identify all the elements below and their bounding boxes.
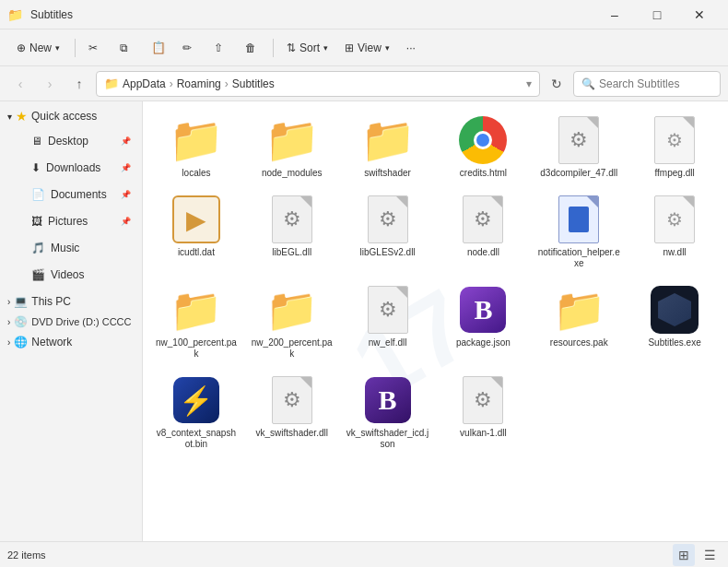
this-pc-section[interactable]: › 💻 This PC <box>0 291 142 312</box>
sidebar-item-downloads[interactable]: ⬇ Downloads 📌 <box>4 155 138 181</box>
file-icon-vkicd: B <box>362 374 414 426</box>
maximize-button[interactable]: □ <box>636 0 678 30</box>
file-name: nw_200_percent.pak <box>251 337 334 360</box>
path-segment-roaming[interactable]: Roaming <box>177 77 221 90</box>
list-item[interactable]: ⚙ nw.dll <box>628 188 721 275</box>
list-item[interactable]: ⚙ libEGL.dll <box>246 188 338 275</box>
cut-button[interactable]: ✂ <box>81 33 111 63</box>
close-button[interactable]: ✕ <box>678 0 721 30</box>
path-dropdown[interactable]: ▾ <box>526 77 532 90</box>
file-icon-swiftshader: 📁 <box>362 114 414 166</box>
list-item[interactable]: ⚙ ffmpeg.dll <box>628 109 721 184</box>
path-folder-icon: 📁 <box>104 77 119 90</box>
sidebar-item-music[interactable]: 🎵 Music <box>4 235 138 261</box>
this-pc-icon: 💻 <box>14 295 28 308</box>
list-item[interactable]: 📁 nw_200_percent.pak <box>246 278 338 365</box>
sort-button[interactable]: ⇅ Sort ▾ <box>279 33 335 63</box>
dvd-section[interactable]: › 💿 DVD Drive (D:) CCCC <box>0 312 142 332</box>
list-item[interactable]: ⚙ vulkan-1.dll <box>438 369 530 455</box>
desktop-pin: 📌 <box>121 136 131 146</box>
cut-icon: ✂ <box>88 41 98 54</box>
quick-access-section[interactable]: ▾ ★ Quick access <box>0 105 142 127</box>
copy-button[interactable]: ⧉ <box>112 33 142 63</box>
file-name: swiftshader <box>364 168 411 179</box>
address-path[interactable]: 📁 AppData › Roaming › Subtitles ▾ <box>96 71 540 97</box>
list-item[interactable]: ⚙ node.dll <box>438 188 530 275</box>
network-section[interactable]: › 🌐 Network <box>0 332 142 352</box>
list-item[interactable]: Subtitles.exe <box>628 278 721 365</box>
quick-access-chevron: ▾ <box>7 112 12 122</box>
file-icon-nw: ⚙ <box>649 194 700 245</box>
list-item[interactable]: ⚙ libGLESv2.dll <box>342 188 434 275</box>
file-icon-nwelf: ⚙ <box>362 284 414 336</box>
list-item[interactable]: ⚙ d3dcompiler_47.dll <box>533 109 625 184</box>
view-label: View <box>358 41 382 54</box>
file-content: 17 📁 locales 📁 node_modules 📁 <box>143 101 728 541</box>
sidebar-item-videos[interactable]: 🎬 Videos <box>4 262 138 288</box>
network-icon: 🌐 <box>14 336 28 348</box>
list-item[interactable]: 📁 resources.pak <box>533 278 625 365</box>
pictures-icon: 🖼 <box>31 215 42 228</box>
file-icon-nw200: 📁 <box>266 284 318 336</box>
main-area: ▾ ★ Quick access 🖥 Desktop 📌 ⬇ Downloads… <box>0 101 728 541</box>
share-button[interactable]: ⇧ <box>206 33 236 63</box>
file-name: nw_100_percent.pak <box>155 337 238 360</box>
list-item[interactable]: ⚙ nw_elf.dll <box>342 278 434 365</box>
file-name: nw_elf.dll <box>369 337 407 348</box>
file-icon-ffmpeg: ⚙ <box>649 114 700 166</box>
network-chevron: › <box>7 337 10 348</box>
paste-icon: 📋 <box>151 41 166 54</box>
path-segment-appdata[interactable]: AppData <box>123 77 166 90</box>
more-button[interactable]: ··· <box>399 33 429 63</box>
list-item[interactable]: credits.html <box>438 109 530 184</box>
file-name: vk_swiftshader.dll <box>256 428 328 439</box>
file-icon-subtitles <box>649 284 700 336</box>
list-item[interactable]: 📁 node_modules <box>246 109 338 184</box>
toolbar: ⊕ New ▾ ✂ ⧉ 📋 ✏ ⇧ 🗑 ⇅ Sort ▾ ⊞ View ▾ ··… <box>0 30 728 66</box>
list-item[interactable]: ▶ icudtl.dat <box>150 188 242 275</box>
music-icon: 🎵 <box>31 242 45 254</box>
search-icon: 🔍 <box>581 77 595 90</box>
list-item[interactable]: B vk_swiftshader_icd.json <box>342 369 434 455</box>
grid-view-button[interactable]: ⊞ <box>673 544 695 566</box>
share-icon: ⇧ <box>214 41 223 54</box>
list-view-button[interactable]: ☰ <box>699 544 721 566</box>
list-item[interactable]: notification_helper.exe <box>533 188 625 275</box>
sidebar-item-pictures[interactable]: 🖼 Pictures 📌 <box>4 208 138 234</box>
minimize-button[interactable]: – <box>593 0 636 30</box>
up-button[interactable]: ↑ <box>66 71 92 97</box>
list-item[interactable]: ⚡ v8_context_snapshot.bin <box>150 369 242 455</box>
list-item[interactable]: ⚙ vk_swiftshader.dll <box>246 369 338 455</box>
view-button[interactable]: ⊞ View ▾ <box>337 33 397 63</box>
list-item[interactable]: B package.json <box>438 278 530 365</box>
rename-button[interactable]: ✏ <box>175 33 205 63</box>
window-controls: – □ ✕ <box>593 0 721 30</box>
search-input[interactable] <box>599 77 712 90</box>
search-box[interactable]: 🔍 <box>573 71 721 97</box>
toolbar-separator-2 <box>273 39 274 57</box>
quick-access-label: Quick access <box>31 110 97 123</box>
file-name: icudtl.dat <box>178 247 215 258</box>
this-pc-chevron: › <box>7 297 10 307</box>
list-item[interactable]: 📁 locales <box>150 109 242 184</box>
view-icon: ⊞ <box>345 41 354 54</box>
sidebar-item-desktop[interactable]: 🖥 Desktop 📌 <box>4 128 138 154</box>
path-segment-subtitles[interactable]: Subtitles <box>232 77 275 90</box>
new-icon: ⊕ <box>17 41 26 54</box>
paste-button[interactable]: 📋 <box>144 33 173 63</box>
file-name: nw.dll <box>663 247 687 258</box>
list-item[interactable]: 📁 swiftshader <box>342 109 434 184</box>
refresh-button[interactable]: ↻ <box>544 71 569 97</box>
forward-button[interactable]: › <box>37 71 63 97</box>
delete-button[interactable]: 🗑 <box>238 33 267 63</box>
file-icon-node: ⚙ <box>457 194 509 245</box>
file-name: libEGL.dll <box>272 247 311 258</box>
back-button[interactable]: ‹ <box>7 71 33 97</box>
new-button[interactable]: ⊕ New ▾ <box>7 33 69 63</box>
file-name: d3dcompiler_47.dll <box>540 168 617 179</box>
sidebar-item-documents[interactable]: 📄 Documents 📌 <box>4 182 138 207</box>
addressbar: ‹ › ↑ 📁 AppData › Roaming › Subtitles ▾ … <box>0 66 728 101</box>
list-item[interactable]: 📁 nw_100_percent.pak <box>150 278 242 365</box>
file-name: v8_context_snapshot.bin <box>155 428 238 450</box>
file-grid: 📁 locales 📁 node_modules 📁 swiftshader <box>150 109 721 455</box>
